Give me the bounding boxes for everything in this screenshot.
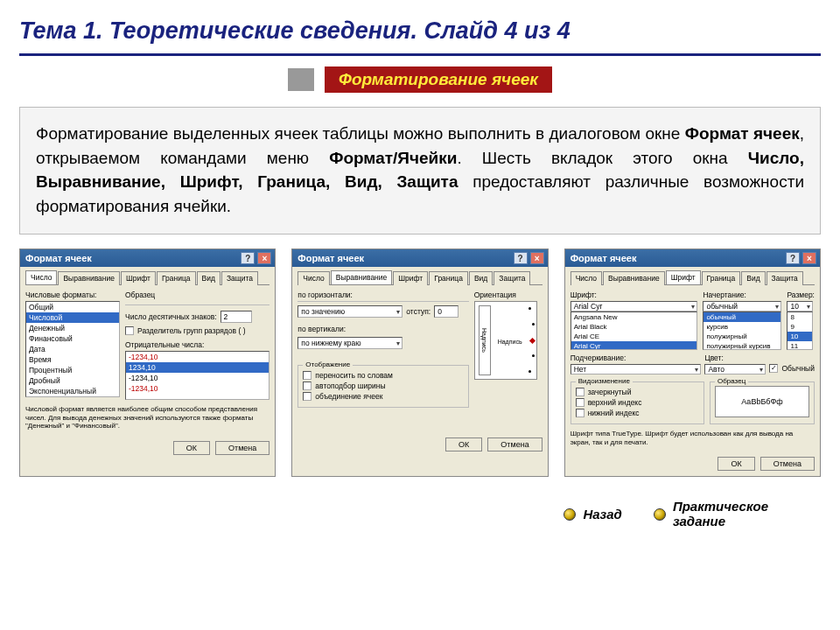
tab-border[interactable]: Граница <box>702 271 741 285</box>
style-listbox[interactable]: обычный курсив полужирный полужирный кур… <box>703 312 781 350</box>
list-item[interactable]: -1234,10 <box>126 352 269 362</box>
bullet-icon <box>564 508 576 521</box>
dialog-title: Формат ячеек <box>298 253 364 263</box>
format-note: Числовой формат является наиболее общим … <box>25 405 270 430</box>
tab-view[interactable]: Вид <box>197 271 220 285</box>
style-input[interactable]: обычный <box>703 301 781 312</box>
list-item[interactable]: Angsana New <box>571 312 697 322</box>
banner-row: Форматирование ячеек <box>19 66 821 93</box>
normal-label: Обычный <box>781 364 815 373</box>
help-button[interactable]: ? <box>786 252 800 264</box>
tab-font[interactable]: Шрифт <box>666 270 701 284</box>
list-item[interactable]: полужирный курсив <box>704 341 780 350</box>
align-v-dropdown[interactable]: по нижнему краю <box>298 337 402 349</box>
strike-checkbox[interactable]: зачеркнутый <box>576 388 699 396</box>
close-button[interactable]: × <box>257 252 271 264</box>
orient-label: Ориентация <box>474 290 542 299</box>
list-item[interactable]: 8 <box>788 312 812 322</box>
list-item[interactable]: -1234,10 <box>126 373 269 383</box>
list-item[interactable]: 1234,10 <box>126 362 269 373</box>
tab-view[interactable]: Вид <box>741 271 765 285</box>
list-item[interactable]: Время <box>26 354 119 365</box>
categories-label: Числовые форматы: <box>25 290 120 299</box>
help-button[interactable]: ? <box>241 252 255 264</box>
checkbox-icon <box>303 382 312 390</box>
list-item[interactable]: обычный <box>704 312 780 322</box>
list-item[interactable]: Arial Black <box>571 322 697 332</box>
list-item[interactable]: Arial CE <box>571 332 697 341</box>
categories-listbox[interactable]: Общий Числовой Денежный Финансовый Дата … <box>25 301 120 397</box>
list-item[interactable]: 9 <box>788 322 812 332</box>
tab-number[interactable]: Число <box>25 270 57 284</box>
align-h-dropdown[interactable]: по значению <box>298 305 402 318</box>
font-input[interactable]: Arial Cyr <box>570 301 698 312</box>
normal-checkbox[interactable]: ✓Обычный <box>769 363 815 373</box>
list-item[interactable]: Дробный <box>26 375 119 386</box>
list-item[interactable]: 10 <box>788 332 812 341</box>
tab-view[interactable]: Вид <box>469 271 493 285</box>
tab-border[interactable]: Граница <box>157 271 196 285</box>
color-dropdown[interactable]: Авто <box>704 364 766 374</box>
size-listbox[interactable]: 8 9 10 11 <box>787 312 813 350</box>
close-button[interactable]: × <box>802 252 816 264</box>
tab-protect[interactable]: Защита <box>766 271 803 285</box>
autofit-label: автоподбор ширины <box>315 382 385 390</box>
close-button[interactable]: × <box>530 252 544 264</box>
list-item[interactable]: курсив <box>704 322 780 332</box>
section-banner: Форматирование ячеек <box>325 66 552 93</box>
titlebar: Формат ячеек ? × <box>20 249 275 267</box>
decimals-stepper[interactable]: 2 <box>220 311 252 323</box>
list-item[interactable]: -1234,10 <box>126 383 269 394</box>
indent-stepper[interactable]: 0 <box>434 305 458 318</box>
tab-font[interactable]: Шрифт <box>393 271 428 285</box>
nav-back[interactable]: Назад <box>564 507 621 522</box>
sub-checkbox[interactable]: нижний индекс <box>576 409 699 417</box>
list-item[interactable]: Процентный <box>26 365 119 375</box>
sup-checkbox[interactable]: верхний индекс <box>576 398 699 407</box>
tab-number[interactable]: Число <box>570 271 602 285</box>
font-listbox[interactable]: Angsana New Arial Black Arial CE Arial C… <box>570 312 698 350</box>
merge-checkbox[interactable]: объединение ячеек <box>303 392 463 401</box>
list-item[interactable]: Числовой <box>26 312 119 323</box>
tab-protect[interactable]: Защита <box>221 271 258 285</box>
list-item[interactable]: 11 <box>788 341 812 350</box>
ok-button[interactable]: ОК <box>445 438 482 452</box>
wrap-checkbox[interactable]: переносить по словам <box>303 371 463 380</box>
tab-align[interactable]: Выравнивание <box>58 271 120 285</box>
list-item[interactable]: Финансовый <box>26 333 119 344</box>
list-item[interactable]: Текстовый <box>26 396 119 397</box>
list-item[interactable]: Денежный <box>26 323 119 333</box>
help-button[interactable]: ? <box>514 252 528 264</box>
nav-practice[interactable]: Практическое задание <box>654 500 768 528</box>
list-item[interactable]: полужирный <box>704 332 780 341</box>
ok-button[interactable]: ОК <box>718 457 754 471</box>
tab-border[interactable]: Граница <box>429 271 468 285</box>
cancel-button[interactable]: Отмена <box>215 441 270 455</box>
thousands-label: Разделитель групп разрядов ( ) <box>137 326 245 335</box>
tab-align[interactable]: Выравнивание <box>603 271 665 285</box>
list-item[interactable]: Общий <box>26 302 119 312</box>
checkbox-icon <box>125 326 134 335</box>
cancel-button[interactable]: Отмена <box>487 438 542 452</box>
sample-label: Образец <box>125 290 270 299</box>
indent-label: отступ: <box>406 307 430 316</box>
list-item[interactable]: Экспоненциальный <box>26 386 119 396</box>
cancel-button[interactable]: Отмена <box>760 457 815 471</box>
nav-practice-label1: Практическое <box>673 499 768 514</box>
underline-dropdown[interactable]: Нет <box>570 364 702 374</box>
neg-listbox[interactable]: -1234,10 1234,10 -1234,10 -1234,10 <box>125 351 270 400</box>
tab-align[interactable]: Выравнивание <box>331 270 393 284</box>
ok-button[interactable]: ОК <box>173 441 210 455</box>
size-input[interactable]: 10 <box>787 301 813 312</box>
thousands-checkbox[interactable]: Разделитель групп разрядов ( ) <box>125 326 270 335</box>
list-item[interactable]: Arial Cyr <box>571 341 697 350</box>
tab-font[interactable]: Шрифт <box>121 271 156 285</box>
autofit-checkbox[interactable]: автоподбор ширины <box>303 382 463 390</box>
dialog-alignment: Формат ячеек ? × Число Выравнивание Шриф… <box>291 248 548 477</box>
orientation-control[interactable]: Надпись Надпись <box>474 301 537 380</box>
align-v-label: по вертикали: <box>298 325 468 333</box>
list-item[interactable]: Дата <box>26 344 119 354</box>
tab-protect[interactable]: Защита <box>494 271 530 285</box>
tab-number[interactable]: Число <box>298 271 329 285</box>
checkbox-icon <box>303 392 312 401</box>
